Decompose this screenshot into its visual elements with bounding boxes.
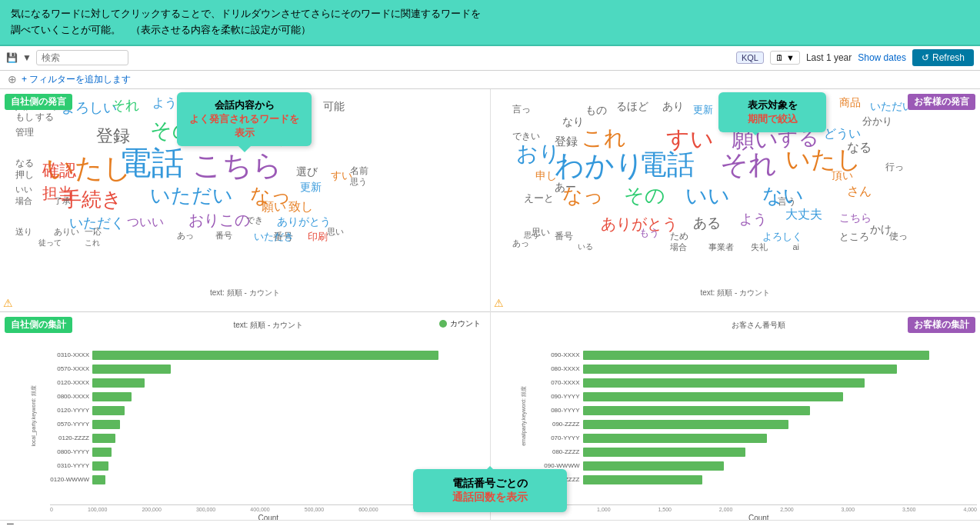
bar-label: 0120-YYYY [50, 407, 92, 414]
tick-label: 200,000 [142, 507, 161, 512]
word-item[interactable]: なり [562, 116, 584, 127]
word-item[interactable]: 思う [524, 231, 539, 239]
word-item[interactable]: 言う [778, 197, 796, 206]
word-item[interactable]: 大丈夫 [785, 208, 822, 221]
word-item[interactable]: 思い [327, 228, 344, 236]
word-item[interactable]: ため [670, 231, 688, 241]
word-item[interactable]: ai [793, 243, 800, 251]
word-item[interactable]: よう [739, 212, 767, 226]
word-item[interactable]: あー [555, 181, 576, 192]
word-item[interactable]: 場合 [15, 197, 32, 205]
word-item[interactable]: 頂い [832, 170, 853, 181]
word-item[interactable]: おりこの [188, 212, 250, 228]
word-item[interactable]: 事業者 [708, 243, 734, 251]
word-item[interactable]: 番号 [555, 231, 573, 241]
word-item[interactable]: いい [685, 185, 730, 207]
word-item[interactable]: さん [847, 185, 872, 198]
calendar-button[interactable]: 🗓 ▼ [770, 51, 800, 65]
word-item[interactable]: いる [578, 243, 593, 251]
word-item[interactable]: すい [331, 170, 352, 181]
bar-fill [583, 434, 767, 443]
word-item[interactable]: 確認 [42, 162, 76, 179]
word-item[interactable]: 使っ [889, 231, 908, 241]
word-item[interactable]: 電話 [639, 151, 695, 178]
word-item[interactable]: 商品 [839, 97, 861, 108]
word-item[interactable]: こちら [839, 212, 872, 223]
save-icon[interactable]: 💾 [6, 52, 18, 63]
word-item[interactable]: 登録 [555, 135, 578, 147]
word-item[interactable]: どうい [824, 128, 861, 140]
word-item[interactable]: 分かり [862, 116, 892, 126]
search-input[interactable] [36, 50, 128, 65]
kql-badge[interactable]: KQL [736, 52, 764, 64]
word-item[interactable]: これ [85, 239, 100, 247]
word-item[interactable]: かけ [870, 224, 892, 235]
date-range: Last 1 year [806, 52, 852, 63]
word-item[interactable]: るほど [616, 101, 648, 112]
word-item[interactable]: 言っ [512, 105, 531, 114]
word-item[interactable]: あり [662, 101, 684, 112]
word-item[interactable]: それ [720, 151, 777, 178]
callout-bottom-line1: 電話番号ごとの [424, 477, 556, 491]
word-item[interactable]: 印刷 [308, 231, 328, 241]
word-item[interactable]: 場合 [670, 243, 687, 251]
word-item[interactable]: もの [585, 105, 607, 115]
word-item[interactable]: 一応 [85, 228, 102, 236]
word-item[interactable]: あっ [177, 231, 194, 240]
word-item[interactable]: いい [15, 185, 32, 194]
bar-fill [92, 420, 120, 429]
word-item[interactable]: 致し [288, 201, 313, 213]
word-item[interactable]: 送り [15, 228, 32, 236]
word-item[interactable]: 登録 [96, 128, 130, 145]
word-item[interactable]: でき [246, 216, 263, 225]
word-item[interactable]: 願い [262, 201, 286, 213]
word-item[interactable]: いただい [870, 101, 913, 112]
word-item[interactable]: その [624, 185, 665, 205]
word-item[interactable]: ところ [839, 231, 869, 241]
word-item[interactable]: もう [639, 228, 659, 238]
word-item[interactable]: いただい [150, 185, 233, 205]
word-item[interactable]: あっ [512, 239, 529, 248]
word-item[interactable]: 可能 [323, 101, 345, 112]
word-item[interactable]: 管理 [15, 128, 34, 137]
word-item[interactable]: 思う [350, 178, 367, 186]
chevron-down-icon[interactable]: ▼ [22, 52, 32, 63]
word-item[interactable]: 行っ [885, 162, 904, 171]
word-item[interactable]: 押し [15, 170, 34, 179]
word-item[interactable]: 番号 [215, 231, 232, 240]
word-item[interactable]: すい [666, 128, 714, 151]
word-item[interactable]: 更新 [300, 181, 322, 192]
word-item[interactable]: ありい [54, 228, 79, 236]
word-item[interactable]: 名前 [350, 166, 368, 175]
word-item[interactable]: 了承 [54, 197, 71, 205]
word-item[interactable]: なる [847, 141, 872, 154]
bar-label: 090-YYYY [541, 393, 583, 400]
word-item[interactable]: なる [15, 158, 34, 168]
word-item[interactable]: これ [582, 128, 626, 149]
word-item[interactable]: 徒って [38, 239, 62, 247]
word-item[interactable]: ある [693, 216, 721, 230]
word-item[interactable]: する [35, 112, 54, 122]
word-item[interactable]: もし [15, 112, 34, 122]
word-item[interactable]: 申し [535, 170, 557, 181]
word-item[interactable]: それ [112, 98, 139, 112]
word-item[interactable]: よろしく [762, 231, 802, 241]
filter-icon: ⊕ [8, 73, 17, 85]
word-item[interactable]: 更新 [693, 105, 713, 115]
show-dates-link[interactable]: Show dates [858, 52, 906, 63]
word-item[interactable]: ありがとう [277, 216, 331, 227]
word-item[interactable]: えーと [524, 193, 554, 203]
left-axis-label: text: 頻順 - カウント [210, 288, 280, 298]
word-item[interactable]: できい [512, 132, 540, 141]
word-item[interactable]: いただき [254, 231, 294, 241]
toolbar: 💾 ▼ KQL 🗓 ▼ Last 1 year Show dates ↺ Ref… [0, 46, 980, 71]
word-item[interactable]: ついい [127, 216, 164, 228]
refresh-button[interactable]: ↺ Refresh [912, 49, 974, 66]
word-item[interactable]: 失礼 [751, 243, 768, 251]
bar-row: 090-YYYY [541, 391, 978, 403]
word-item[interactable]: わかり [555, 151, 645, 180]
word-item[interactable]: 選び [296, 166, 318, 177]
toolbar-right: KQL 🗓 ▼ Last 1 year Show dates ↺ Refresh [736, 49, 974, 66]
add-filter-link[interactable]: + フィルターを追加します [22, 73, 131, 86]
word-item[interactable]: こちら [192, 151, 282, 180]
